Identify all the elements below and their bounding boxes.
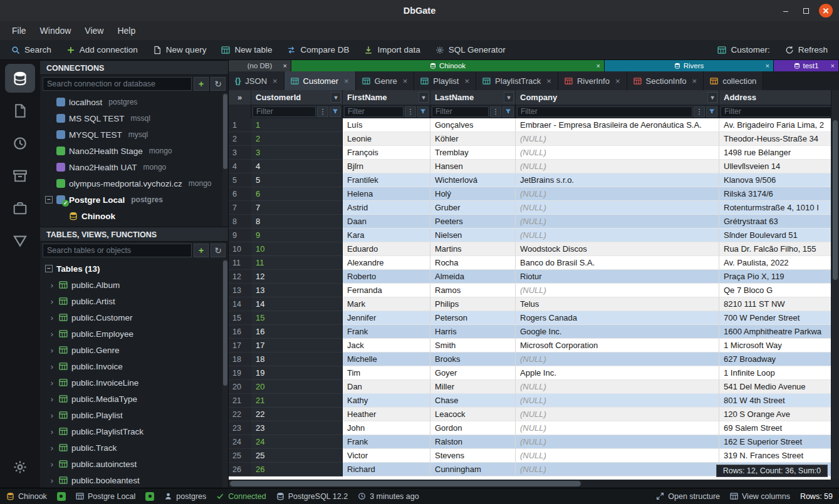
cell[interactable]: (NULL) xyxy=(516,352,719,366)
cell[interactable]: JetBrains s.r.o. xyxy=(516,173,719,187)
cell[interactable]: François xyxy=(343,146,430,160)
cell[interactable]: Gonçalves xyxy=(430,118,516,132)
horizontal-scroll-thumb[interactable] xyxy=(230,481,581,486)
toolbar-sql-generator[interactable]: SQL Generator xyxy=(428,40,513,59)
table-row[interactable]: 33FrançoisTremblay(NULL)1498 rue Bélange… xyxy=(229,146,839,160)
tab-sectioninfo[interactable]: SectionInfo× xyxy=(627,71,704,90)
cell-customerid[interactable]: 5 xyxy=(251,173,343,187)
toolbar-search[interactable]: Search xyxy=(4,40,59,59)
cell[interactable]: Martins xyxy=(430,242,516,256)
cell[interactable]: Wichterlová xyxy=(430,173,516,187)
cell[interactable]: Kara xyxy=(343,229,430,242)
cell-customerid[interactable]: 17 xyxy=(251,339,343,352)
filter-menu-button[interactable]: ⋮ xyxy=(490,106,501,117)
table-public-invoice[interactable]: ›public.Invoice xyxy=(40,358,228,374)
expand-chevron-icon[interactable]: › xyxy=(49,394,55,404)
cell[interactable]: 1 Microsoft Way xyxy=(719,339,839,352)
cell[interactable]: Telus xyxy=(516,297,719,311)
cell[interactable]: Almeida xyxy=(430,270,516,284)
cell[interactable]: Praça Pio X, 119 xyxy=(719,270,839,284)
cell-customerid[interactable]: 10 xyxy=(251,242,343,256)
maximize-button[interactable] xyxy=(799,4,813,18)
toolbar-import-data[interactable]: Import data xyxy=(357,40,427,59)
cell[interactable]: (NULL) xyxy=(516,380,719,394)
connections-scroll-thumb[interactable] xyxy=(223,94,227,169)
table-public-genre[interactable]: ›public.Genre xyxy=(40,342,228,358)
cell[interactable]: (NULL) xyxy=(516,284,719,297)
menu-file[interactable]: File xyxy=(6,24,32,38)
cell[interactable]: Banco do Brasil S.A. xyxy=(516,256,719,270)
filter-funnel-button[interactable] xyxy=(417,106,429,117)
cell-customerid[interactable]: 14 xyxy=(251,297,343,311)
cell[interactable]: Klanova 9/506 xyxy=(719,173,839,187)
cell[interactable]: Sſnder Boulevard 51 xyxy=(719,229,839,242)
status-open-structure[interactable]: Open structure xyxy=(656,492,720,501)
expand-chevron-icon[interactable]: › xyxy=(49,329,55,339)
expand-chevron-icon[interactable]: › xyxy=(49,280,55,290)
refresh-tables-button[interactable]: ↻ xyxy=(211,244,226,257)
close-icon[interactable]: × xyxy=(766,62,769,69)
cell[interactable]: Ralston xyxy=(430,435,516,449)
connections-scrollbar[interactable] xyxy=(222,93,228,227)
table-public-autoinctest[interactable]: ›public.autoinctest xyxy=(40,456,228,472)
cell-customerid[interactable]: 23 xyxy=(251,421,343,435)
column-header-customerid[interactable]: CustomerId▾ xyxy=(251,90,343,105)
cell[interactable]: 1600 Amphitheatre Parkwa xyxy=(719,325,839,339)
cell[interactable]: Fernanda xyxy=(343,284,430,297)
cell-customerid[interactable]: 25 xyxy=(251,449,343,463)
rail-archive-icon[interactable] xyxy=(5,162,35,190)
table-row[interactable]: 2525VictorStevens(NULL)319 N. Frances St… xyxy=(229,449,839,463)
cell[interactable]: 801 W 4th Street xyxy=(719,394,839,408)
column-header-address[interactable]: Address▾ xyxy=(719,90,839,105)
cell[interactable]: Tremblay xyxy=(430,146,516,160)
table-row[interactable]: 1212RobertoAlmeidaRioturPraça Pio X, 119 xyxy=(229,270,839,284)
cell[interactable]: Alexandre xyxy=(343,256,430,270)
expand-chevron-icon[interactable]: › xyxy=(49,427,55,436)
cell[interactable]: Nielsen xyxy=(430,229,516,242)
cell[interactable]: Harris xyxy=(430,325,516,339)
cell-customerid[interactable]: 6 xyxy=(251,187,343,201)
cell[interactable]: Apple Inc. xyxy=(516,366,719,380)
connection-mysql-test[interactable]: MYSQL TESTmysql xyxy=(40,126,228,143)
cell[interactable]: Rogers Canada xyxy=(516,311,719,325)
table-row[interactable]: 22LeonieKöhler(NULL)Theodor-Heuss-Straße… xyxy=(229,132,839,146)
cell[interactable]: Cunningham xyxy=(430,463,516,476)
connection-nano2health-uat[interactable]: Nano2Health UATmongo xyxy=(40,159,228,175)
cell[interactable]: Gordon xyxy=(430,421,516,435)
table-row[interactable]: 1313FernandaRamos(NULL)Qe 7 Bloco G xyxy=(229,284,839,297)
toolbar-refresh[interactable]: Refresh xyxy=(778,40,835,59)
tab-customer[interactable]: Customer× xyxy=(284,71,356,90)
chevron-down-icon[interactable]: ▾ xyxy=(707,92,717,103)
cell[interactable]: Theodor-Heuss-Straße 34 xyxy=(719,132,839,146)
cell[interactable]: Rilská 3174/6 xyxy=(719,187,839,201)
cell-customerid[interactable]: 7 xyxy=(251,201,343,215)
rail-gear-icon[interactable] xyxy=(5,453,35,481)
cell[interactable]: (NULL) xyxy=(516,146,719,160)
expand-all-button[interactable]: » xyxy=(229,90,251,105)
cell-customerid[interactable]: 3 xyxy=(251,146,343,160)
cell-customerid[interactable]: 15 xyxy=(251,311,343,325)
connection-olympus-medportal-vychozi-cz[interactable]: olympus-medportal.vychozi.czmongo xyxy=(40,175,228,192)
rail-briefcase-icon[interactable] xyxy=(5,194,35,223)
tab-collection[interactable]: collection xyxy=(704,71,763,90)
filter-input-customerid[interactable] xyxy=(253,106,316,117)
cell[interactable]: Rotenturmstraße 4, 1010 I xyxy=(719,201,839,215)
cell[interactable]: Microsoft Corporation xyxy=(516,339,719,352)
cell-customerid[interactable]: 24 xyxy=(251,435,343,449)
cell[interactable]: Peterson xyxy=(430,311,516,325)
expand-chevron-icon[interactable]: › xyxy=(49,460,55,469)
connection-localhost[interactable]: localhostpostgres xyxy=(40,94,228,110)
expand-chevron-icon[interactable]: › xyxy=(49,476,55,485)
cell[interactable]: (NULL) xyxy=(516,408,719,421)
cell[interactable]: Philips xyxy=(430,297,516,311)
rail-triangle-down-icon[interactable] xyxy=(5,227,35,255)
chevron-down-icon[interactable]: ▾ xyxy=(504,92,514,103)
cell[interactable]: (NULL) xyxy=(516,449,719,463)
cell[interactable]: Ramos xyxy=(430,284,516,297)
cell-customerid[interactable]: 2 xyxy=(251,132,343,146)
cell[interactable]: Astrid xyxy=(343,201,430,215)
cell[interactable]: Rua Dr. Falcão Filho, 155 xyxy=(719,242,839,256)
cell[interactable]: Gruber xyxy=(430,201,516,215)
cell[interactable]: Ullevſlsveien 14 xyxy=(719,160,839,173)
table-row[interactable]: 2424FrankRalston(NULL)162 E Superior Str… xyxy=(229,435,839,449)
